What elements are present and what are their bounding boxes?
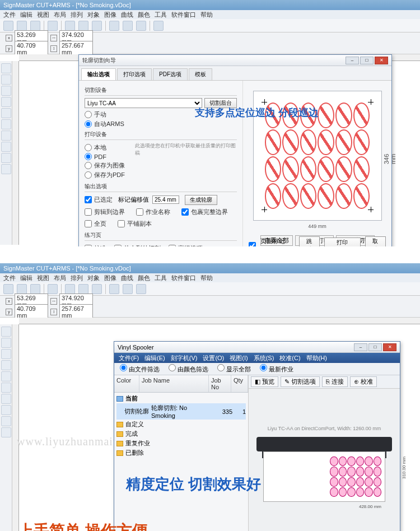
radio-filter-file[interactable] — [120, 364, 127, 371]
knife-tool-icon[interactable] — [1, 405, 11, 415]
save-icon[interactable] — [30, 21, 40, 31]
paste-icon[interactable] — [92, 21, 102, 31]
paste-icon[interactable] — [92, 284, 102, 294]
tab-pdf[interactable]: PDF选项 — [153, 68, 188, 80]
job-tree[interactable]: 当前 切割轮廓 轮廓切割: No Smoking 335 1 自定义 完成 重复… — [114, 393, 248, 459]
undo-icon[interactable] — [123, 284, 133, 294]
chk-jobname[interactable] — [136, 208, 143, 216]
shape-tool-icon[interactable] — [1, 97, 11, 107]
measure-tool-icon[interactable] — [1, 164, 11, 174]
fill-tool-icon[interactable] — [1, 153, 11, 163]
text-tool-icon[interactable] — [1, 86, 11, 96]
offset-input[interactable] — [152, 195, 179, 204]
menu-image[interactable]: 图像 — [104, 10, 116, 19]
node-tool-icon[interactable] — [1, 74, 11, 85]
menu-color[interactable]: 颜色 — [138, 10, 150, 19]
menu-view[interactable]: 视图 — [37, 10, 49, 19]
measure-tool-icon[interactable] — [1, 427, 11, 437]
tab-print[interactable]: 打印选项 — [117, 68, 152, 80]
menu-curve[interactable]: 曲线 — [121, 10, 133, 19]
node-tool-icon[interactable] — [1, 338, 11, 348]
radio-filter-color[interactable] — [169, 364, 176, 371]
zoom-icon[interactable] — [153, 21, 164, 31]
tab-cut-options[interactable]: ✎ 切割选项 — [281, 376, 320, 387]
spooler-title: Vinyl Spooler — [118, 344, 154, 351]
preview-width-label: 449 mm — [254, 223, 381, 229]
menu-window[interactable]: 软件窗口 — [171, 10, 196, 19]
tab-template[interactable]: 模板 — [189, 68, 212, 80]
menu-arrange[interactable]: 排列 — [71, 10, 83, 19]
chk-wrap[interactable] — [181, 208, 189, 216]
open-icon[interactable] — [17, 284, 27, 294]
close-icon[interactable]: ✕ — [375, 57, 388, 64]
col-qty[interactable]: Qty — [231, 375, 248, 392]
radio-auto-arms[interactable] — [85, 120, 92, 128]
print-icon[interactable] — [48, 284, 58, 294]
redo-icon[interactable] — [136, 21, 146, 31]
pan-tool-icon[interactable] — [1, 119, 11, 129]
knife-tool-icon[interactable] — [1, 142, 11, 152]
radio-local[interactable] — [85, 144, 92, 151]
text-tool-icon[interactable] — [1, 349, 11, 359]
radio-manual[interactable] — [85, 111, 92, 118]
save-icon[interactable] — [30, 284, 40, 294]
maximize-icon[interactable]: □ — [360, 57, 374, 64]
cut-icon[interactable] — [65, 284, 75, 294]
text-icon[interactable] — [109, 21, 119, 31]
curve-tool-icon[interactable] — [1, 131, 11, 141]
app-menubar[interactable]: 文件 编辑 视图 布局 排列 对象 图像 曲线 颜色 工具 软件窗口 帮助 — [0, 10, 420, 19]
tab-connection[interactable]: ⎘ 连接 — [322, 376, 348, 387]
generate-contour-button[interactable]: 生成轮廓 — [185, 195, 217, 205]
chk-allpages[interactable] — [85, 220, 92, 227]
col-jobno[interactable]: Job No — [209, 375, 231, 392]
shape-tool-icon[interactable] — [1, 360, 11, 370]
cut-icon[interactable] — [65, 21, 75, 31]
maximize-icon[interactable]: □ — [368, 343, 382, 351]
print-icon[interactable] — [48, 21, 58, 31]
menu-help[interactable]: 帮助 — [200, 10, 213, 19]
fill-tool-icon[interactable] — [1, 416, 11, 426]
radio-show-all[interactable] — [217, 364, 225, 371]
tab-preview[interactable]: ◧ 预览 — [251, 376, 278, 387]
copy-icon[interactable] — [78, 21, 88, 31]
radio-save-image[interactable] — [85, 162, 92, 169]
zoom-tool-icon[interactable] — [1, 108, 11, 118]
menu-file[interactable]: 文件 — [3, 10, 16, 19]
filter-row: 由文件筛选 由颜色筛选 显示全部 最新作业 — [114, 363, 400, 375]
radio-save-pdf[interactable] — [85, 171, 92, 179]
tab-calibration[interactable]: ⊕ 校准 — [350, 376, 377, 387]
cutter-select[interactable]: Liyu TC-AA — [85, 98, 202, 108]
y-icon: y — [6, 45, 12, 52]
tab-output[interactable]: 输出选项 — [81, 68, 116, 80]
col-color[interactable]: Color — [114, 375, 139, 392]
menu-edit[interactable]: 编辑 — [20, 10, 32, 19]
col-jobname[interactable]: Job Name — [139, 375, 209, 392]
radio-pdf[interactable] — [85, 153, 92, 160]
pointer-tool-icon[interactable] — [1, 327, 11, 337]
chk-trim[interactable] — [85, 208, 92, 216]
chk-tile[interactable] — [118, 220, 125, 227]
spooler-menubar[interactable]: 文件(F) 编辑(E) 刻字机(V) 设置(O) 视图(I) 系统(S) 校准(… — [114, 353, 400, 363]
menu-object[interactable]: 对象 — [87, 10, 100, 19]
menu-tools[interactable]: 工具 — [155, 10, 167, 19]
close-icon[interactable]: ✕ — [383, 343, 396, 351]
folder-icon — [116, 396, 123, 402]
app-menubar-2[interactable]: 文件 编辑 视图 布局 排列 对象 图像 曲线 颜色 工具 软件窗口 帮助 — [0, 273, 420, 282]
new-icon[interactable] — [3, 284, 13, 294]
job-row[interactable]: 切割轮廓 轮廓切割: No Smoking 335 1 — [116, 403, 246, 420]
chk-selected[interactable] — [85, 196, 92, 203]
menu-layout[interactable]: 布局 — [54, 10, 66, 19]
radio-recent[interactable] — [260, 364, 267, 371]
open-icon[interactable] — [17, 21, 27, 31]
redo-icon[interactable] — [136, 284, 146, 294]
text-icon[interactable] — [109, 284, 119, 294]
new-icon[interactable] — [3, 21, 13, 31]
curve-tool-icon[interactable] — [1, 394, 11, 404]
pan-tool-icon[interactable] — [1, 383, 11, 393]
minimize-icon[interactable]: – — [354, 343, 367, 351]
undo-icon[interactable] — [123, 21, 133, 31]
copy-icon[interactable] — [78, 284, 88, 294]
minimize-icon[interactable]: – — [346, 57, 359, 64]
pointer-tool-icon[interactable] — [1, 63, 11, 73]
zoom-tool-icon[interactable] — [1, 371, 11, 381]
